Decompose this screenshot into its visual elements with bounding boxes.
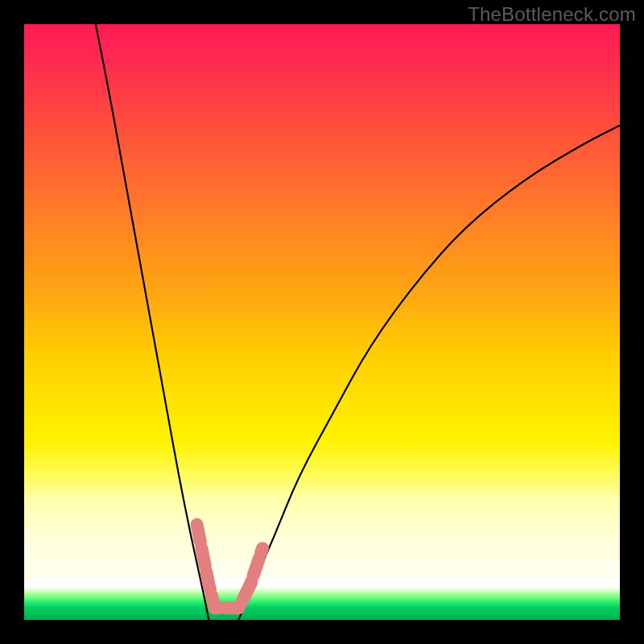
curve-layer xyxy=(24,24,620,620)
plot-area xyxy=(24,24,620,620)
highlight-overlay xyxy=(197,525,262,609)
watermark-text: TheBottleneck.com xyxy=(468,3,636,26)
curve-right-branch xyxy=(238,126,620,620)
chart-frame: TheBottleneck.com xyxy=(0,0,644,644)
